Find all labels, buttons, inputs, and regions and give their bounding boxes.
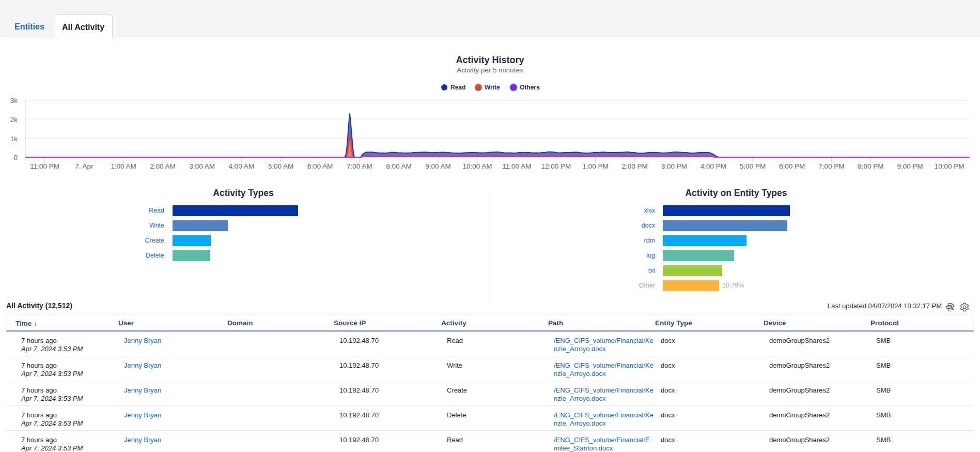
svg-text:2:00 AM: 2:00 AM [150,162,176,170]
svg-text:5:00 AM: 5:00 AM [268,162,294,170]
svg-text:CSV: CSV [947,306,954,309]
svg-text:12:00 PM: 12:00 PM [541,162,571,170]
svg-text:6:00 PM: 6:00 PM [779,162,805,170]
svg-text:6:00 AM: 6:00 AM [307,162,333,170]
svg-text:7:00 PM: 7:00 PM [818,162,844,170]
svg-text:9:00 AM: 9:00 AM [425,162,451,170]
svg-text:7:00 AM: 7:00 AM [347,162,372,170]
svg-text:1:00 PM: 1:00 PM [582,162,608,170]
svg-text:4:00 AM: 4:00 AM [229,162,255,170]
svg-text:3:00 AM: 3:00 AM [189,162,215,170]
svg-text:10:00 AM: 10:00 AM [463,162,492,170]
svg-text:4:00 PM: 4:00 PM [701,162,726,170]
svg-text:11:00 AM: 11:00 AM [502,162,531,170]
svg-text:5:00 PM: 5:00 PM [740,162,766,170]
svg-text:10:00 PM: 10:00 PM [935,162,965,170]
svg-text:8:00 PM: 8:00 PM [858,162,883,170]
svg-text:9:00 PM: 9:00 PM [897,162,923,170]
svg-text:3k: 3k [10,97,18,104]
svg-text:2k: 2k [10,116,18,124]
svg-text:7. Apr: 7. Apr [75,162,94,170]
svg-text:11:00 PM: 11:00 PM [30,162,59,170]
svg-text:1k: 1k [10,135,18,143]
svg-text:2:00 PM: 2:00 PM [621,162,647,170]
svg-text:3:00 PM: 3:00 PM [661,162,687,170]
svg-text:0: 0 [13,154,18,161]
svg-text:1:00 AM: 1:00 AM [111,162,136,170]
svg-text:8:00 AM: 8:00 AM [386,162,412,170]
